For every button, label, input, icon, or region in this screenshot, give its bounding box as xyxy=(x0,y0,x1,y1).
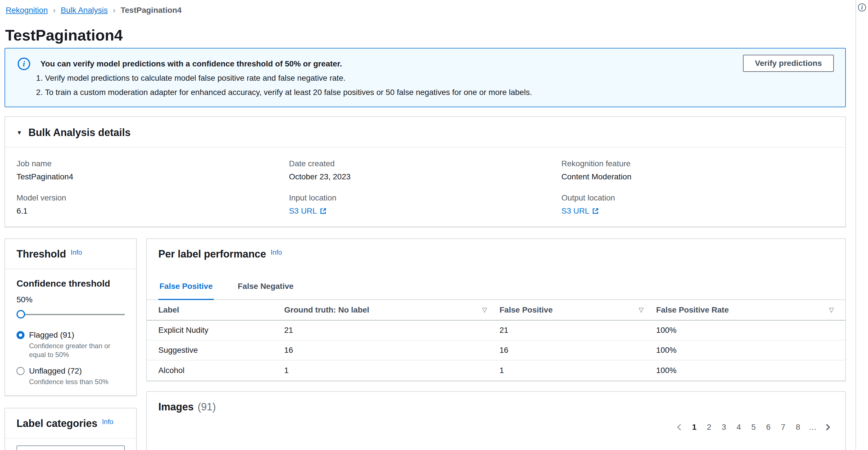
cell-false-positive: 1 xyxy=(499,366,656,375)
radio-unselected[interactable] xyxy=(17,367,25,375)
pagination-page-8[interactable]: 8 xyxy=(790,420,805,434)
pagination: 1 2 3 4 5 6 7 8 … xyxy=(147,420,845,434)
breadcrumb-link-rekognition[interactable]: Rekognition xyxy=(6,6,48,15)
confidence-slider xyxy=(17,310,125,319)
details-column: Job name TestPagination4 Model version 6… xyxy=(17,159,289,228)
alert-info-icon: i xyxy=(18,58,30,70)
threshold-info-link[interactable]: Info xyxy=(71,248,82,256)
pagination-page-2[interactable]: 2 xyxy=(702,420,716,434)
radio-selected[interactable] xyxy=(17,331,25,339)
column-header-false-positive-rate[interactable]: False Positive Rate▽ xyxy=(656,305,845,314)
field-value: October 23, 2023 xyxy=(289,172,562,181)
pagination-page-3[interactable]: 3 xyxy=(716,420,731,434)
field-input-location: Input location S3 URL xyxy=(289,193,562,216)
app-root: i Rekognition › Bulk Analysis › TestPagi… xyxy=(0,0,868,450)
column-header-false-positive[interactable]: False Positive▽ xyxy=(499,305,656,314)
threshold-title: Threshold xyxy=(17,248,66,260)
cell-ground-truth: 21 xyxy=(284,326,499,335)
cell-false-positive-rate: 100% xyxy=(656,366,845,375)
pagination-page-1[interactable]: 1 xyxy=(687,420,702,434)
label-categories-body xyxy=(5,439,136,450)
filter-icon[interactable]: ▽ xyxy=(639,306,644,314)
threshold-card: ThresholdInfo Confidence threshold 50% F… xyxy=(5,238,137,396)
cell-label: Explicit Nudity xyxy=(147,326,284,335)
bulk-analysis-details-card: ▼ Bulk Analysis details Job name TestPag… xyxy=(5,116,846,227)
radio-option-flagged[interactable]: Flagged (91) Confidence greater than or … xyxy=(17,331,125,359)
pagination-prev-button[interactable] xyxy=(672,420,687,434)
filter-icon[interactable]: ▽ xyxy=(829,306,834,314)
cell-false-positive: 21 xyxy=(499,326,656,335)
column-header-ground-truth[interactable]: Ground truth: No label▽ xyxy=(284,305,499,314)
cell-label: Alcohol xyxy=(147,366,284,375)
cell-label: Suggestive xyxy=(147,346,284,355)
breadcrumb: Rekognition › Bulk Analysis › TestPagina… xyxy=(6,6,182,15)
pagination-page-4[interactable]: 4 xyxy=(731,420,746,434)
radio-description: Confidence less than 50% xyxy=(29,377,125,386)
field-label: Model version xyxy=(17,193,289,202)
threshold-header: ThresholdInfo xyxy=(5,239,136,260)
help-panel-gutter: i xyxy=(856,0,868,450)
breadcrumb-separator: › xyxy=(113,6,115,15)
field-label: Date created xyxy=(289,159,562,168)
cell-false-positive: 16 xyxy=(499,346,656,355)
slider-track[interactable] xyxy=(17,314,125,315)
pagination-page-6[interactable]: 6 xyxy=(761,420,776,434)
field-rekognition-feature: Rekognition feature Content Moderation xyxy=(561,159,834,181)
details-grid: Job name TestPagination4 Model version 6… xyxy=(5,148,845,228)
details-title: Bulk Analysis details xyxy=(29,126,131,139)
breadcrumb-current: TestPagination4 xyxy=(121,6,182,15)
radio-label: Flagged (91) xyxy=(29,331,74,340)
label-categories-card: Label categoriesInfo xyxy=(5,408,137,450)
details-expand-header[interactable]: ▼ Bulk Analysis details xyxy=(5,117,845,148)
column-header-label[interactable]: Label xyxy=(147,305,284,314)
pagination-ellipsis: … xyxy=(805,420,820,434)
performance-table: Label Ground truth: No label▽ False Posi… xyxy=(147,300,845,381)
s3-link-label: S3 URL xyxy=(289,206,317,216)
cell-ground-truth: 16 xyxy=(284,346,499,355)
pagination-next-button[interactable] xyxy=(820,420,835,434)
output-location-s3-link[interactable]: S3 URL xyxy=(561,206,599,216)
column-header-text: False Positive xyxy=(499,305,553,314)
column-header-text: Label xyxy=(158,305,179,314)
filter-icon[interactable]: ▽ xyxy=(482,306,487,314)
pagination-page-5[interactable]: 5 xyxy=(746,420,761,434)
pagination-page-7[interactable]: 7 xyxy=(776,420,790,434)
alert-title: You can verify model predictions with a … xyxy=(40,59,342,68)
external-link-icon xyxy=(320,207,327,215)
tab-false-negative[interactable]: False Negative xyxy=(237,276,295,300)
input-location-s3-link[interactable]: S3 URL xyxy=(289,206,327,216)
field-job-name: Job name TestPagination4 xyxy=(17,159,289,181)
s3-link-label: S3 URL xyxy=(561,206,589,216)
field-date-created: Date created October 23, 2023 xyxy=(289,159,562,181)
performance-header: Per label performanceInfo xyxy=(147,239,845,260)
performance-info-link[interactable]: Info xyxy=(271,248,282,256)
category-filter-input[interactable] xyxy=(17,445,125,450)
breadcrumb-link-bulk-analysis[interactable]: Bulk Analysis xyxy=(61,6,107,15)
alert-list: Verify model predictions to calculate mo… xyxy=(34,74,532,102)
verify-predictions-button[interactable]: Verify predictions xyxy=(743,55,834,72)
field-label: Rekognition feature xyxy=(561,159,834,168)
table-row: Explicit Nudity 21 21 100% xyxy=(147,320,845,340)
radio-description: Confidence greater than or equal to 50% xyxy=(29,341,125,359)
table-row: Alcohol 1 1 100% xyxy=(147,361,845,381)
threshold-body: Confidence threshold 50% Flagged (91) Co… xyxy=(5,269,136,403)
details-column: Date created October 23, 2023 Input loca… xyxy=(289,159,562,228)
page-title: TestPagination4 xyxy=(5,26,123,44)
field-output-location: Output location S3 URL xyxy=(561,193,834,216)
alert-list-item: Verify model predictions to calculate mo… xyxy=(45,74,532,83)
images-card: Images (91) 1 2 3 4 5 6 7 8 … xyxy=(146,391,846,450)
slider-knob[interactable] xyxy=(17,310,25,318)
label-categories-info-link[interactable]: Info xyxy=(102,418,113,425)
images-title: Images xyxy=(158,401,194,413)
table-row: Suggestive 16 16 100% xyxy=(147,340,845,361)
flag-filter-radio-group: Flagged (91) Confidence greater than or … xyxy=(17,331,125,386)
alert-list-item: To train a custom moderation adapter for… xyxy=(45,88,532,97)
performance-title: Per label performance xyxy=(158,248,266,260)
field-model-version: Model version 6.1 xyxy=(17,193,289,216)
threshold-value: 50% xyxy=(17,295,125,304)
help-info-icon[interactable]: i xyxy=(858,3,866,11)
tab-false-positive[interactable]: False Positive xyxy=(158,276,214,300)
info-alert: i You can verify model predictions with … xyxy=(5,48,846,107)
images-header: Images (91) xyxy=(147,392,845,413)
radio-option-unflagged[interactable]: Unflagged (72) Confidence less than 50% xyxy=(17,366,125,386)
